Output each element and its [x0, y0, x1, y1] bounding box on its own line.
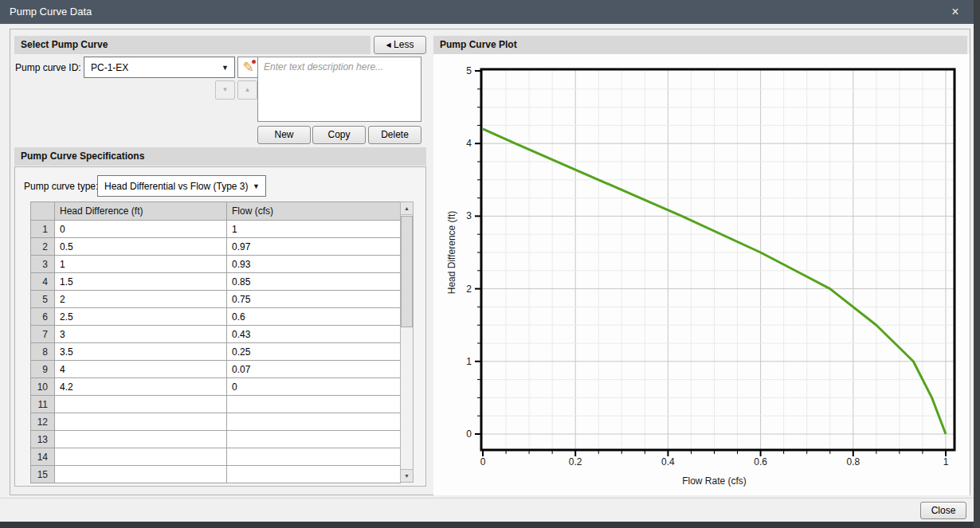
svg-text:0.2: 0.2 — [569, 456, 582, 467]
head-difference-cell[interactable]: 2 — [55, 291, 227, 308]
prev-curve-button[interactable]: ▼ — [215, 80, 235, 100]
head-difference-cell[interactable]: 1 — [55, 256, 227, 273]
svg-text:0: 0 — [480, 456, 486, 467]
flow-header: Flow (cfs) — [227, 202, 401, 221]
table-header-row: Head Difference (ft) Flow (cfs) — [31, 202, 401, 221]
next-curve-button[interactable]: ▲ — [237, 80, 257, 100]
pencil-tip-dot — [252, 60, 256, 64]
head-difference-cell[interactable] — [55, 413, 227, 431]
svg-text:4: 4 — [466, 138, 472, 149]
head-difference-cell[interactable]: 3 — [55, 326, 227, 343]
svg-text:5: 5 — [466, 65, 472, 76]
table-row: 13 — [31, 431, 401, 448]
flow-cell[interactable]: 0.93 — [227, 256, 401, 273]
svg-text:3: 3 — [466, 210, 472, 221]
dialog-title: Pump Curve Data — [10, 0, 92, 24]
scrollbar-thumb[interactable] — [401, 216, 413, 327]
head-difference-cell[interactable] — [55, 466, 227, 483]
close-button[interactable]: Close — [920, 502, 966, 519]
flow-cell[interactable]: 0 — [227, 378, 401, 396]
svg-text:1: 1 — [466, 356, 472, 367]
flow-cell[interactable]: 0.25 — [227, 343, 401, 361]
description-textarea[interactable] — [257, 57, 421, 122]
screenshot-stage: Pump Curve Data × Select Pump Curve ◀ Le… — [0, 0, 980, 528]
pump-curve-id-select[interactable]: PC-1-EX ▼ — [84, 57, 235, 78]
pump-curve-type-label: Pump curve type: — [24, 181, 98, 192]
table-row: 11 — [31, 396, 401, 413]
row-number: 1 — [31, 221, 55, 238]
less-button-label: Less — [394, 39, 414, 50]
head-difference-cell[interactable]: 0 — [55, 221, 227, 238]
flow-cell[interactable]: 0.6 — [227, 308, 401, 326]
table-row: 62.50.6 — [31, 308, 401, 326]
flow-cell[interactable] — [227, 466, 401, 483]
row-number: 11 — [31, 396, 55, 413]
scroll-down-icon[interactable]: ▼ — [401, 469, 413, 482]
copy-button[interactable]: Copy — [312, 126, 366, 144]
head-difference-header: Head Difference (ft) — [55, 202, 227, 221]
row-number: 10 — [31, 378, 55, 396]
flow-cell[interactable] — [227, 413, 401, 431]
head-difference-cell[interactable]: 4.2 — [55, 378, 227, 396]
table-row: 83.50.25 — [31, 343, 401, 361]
close-icon[interactable]: × — [945, 0, 966, 24]
spinner-up-icon: ▲ — [245, 86, 251, 93]
table-row: 310.93 — [31, 256, 401, 273]
dropdown-arrow-icon: ▼ — [221, 64, 229, 72]
head-difference-cell[interactable]: 0.5 — [55, 238, 227, 256]
row-number: 13 — [31, 431, 55, 448]
edit-id-button[interactable]: ✎ — [237, 57, 259, 78]
flow-cell[interactable]: 0.97 — [227, 238, 401, 256]
flow-cell[interactable]: 1 — [227, 221, 401, 238]
pump-curve-dialog: Pump Curve Data × Select Pump Curve ◀ Le… — [0, 0, 974, 522]
row-number: 7 — [31, 326, 55, 343]
svg-text:0: 0 — [466, 428, 472, 440]
plot-header: Pump Curve Plot — [433, 36, 967, 54]
table-row: 20.50.97 — [31, 238, 401, 256]
table-scrollbar[interactable]: ▲ ▼ — [400, 201, 414, 483]
table-row: 940.07 — [31, 361, 401, 378]
window-shadow-right — [974, 0, 980, 528]
head-difference-cell[interactable]: 4 — [55, 361, 227, 378]
head-difference-cell[interactable] — [55, 396, 227, 413]
flow-cell[interactable] — [227, 448, 401, 466]
row-number: 8 — [31, 343, 55, 361]
flow-cell[interactable]: 0.07 — [227, 361, 401, 378]
row-number: 14 — [31, 448, 55, 466]
head-difference-cell[interactable] — [55, 431, 227, 448]
pump-curve-type-select[interactable]: Head Differential vs Flow (Type 3) ▼ — [97, 175, 266, 197]
pump-curve-id-value: PC-1-EX — [91, 62, 128, 73]
svg-text:0.4: 0.4 — [661, 456, 675, 467]
row-number: 15 — [31, 466, 55, 483]
less-button[interactable]: ◀ Less — [374, 36, 426, 54]
svg-text:Head Difference (ft): Head Difference (ft) — [446, 211, 457, 295]
table-row: 520.75 — [31, 291, 401, 308]
dialog-titlebar: Pump Curve Data × — [0, 0, 974, 24]
row-number: 2 — [31, 238, 55, 256]
scroll-up-icon[interactable]: ▲ — [401, 202, 413, 215]
head-difference-cell[interactable]: 1.5 — [55, 273, 227, 291]
table-row: 15 — [31, 466, 401, 483]
flow-cell[interactable] — [227, 431, 401, 448]
row-number-header — [31, 202, 55, 221]
row-number: 3 — [31, 256, 55, 273]
table-row: 104.20 — [31, 378, 401, 396]
new-button[interactable]: New — [257, 126, 311, 144]
table-row: 41.50.85 — [31, 273, 401, 291]
svg-text:Flow Rate (cfs): Flow Rate (cfs) — [682, 475, 747, 487]
less-arrow-icon: ◀ — [386, 41, 391, 49]
specifications-header: Pump Curve Specifications — [14, 147, 426, 166]
svg-text:0.8: 0.8 — [846, 456, 860, 467]
flow-cell[interactable]: 0.75 — [227, 291, 401, 308]
pump-curve-chart: 00.20.40.60.81012345Flow Rate (cfs)Head … — [433, 54, 970, 495]
row-number: 5 — [31, 291, 55, 308]
head-difference-cell[interactable]: 3.5 — [55, 343, 227, 361]
delete-button[interactable]: Delete — [368, 126, 421, 144]
svg-text:1: 1 — [943, 456, 949, 467]
flow-cell[interactable]: 0.85 — [227, 273, 401, 291]
flow-cell[interactable] — [227, 396, 401, 413]
flow-cell[interactable]: 0.43 — [227, 326, 401, 343]
head-difference-cell[interactable] — [55, 448, 227, 466]
dropdown-arrow-icon: ▼ — [253, 182, 260, 190]
head-difference-cell[interactable]: 2.5 — [55, 308, 227, 326]
